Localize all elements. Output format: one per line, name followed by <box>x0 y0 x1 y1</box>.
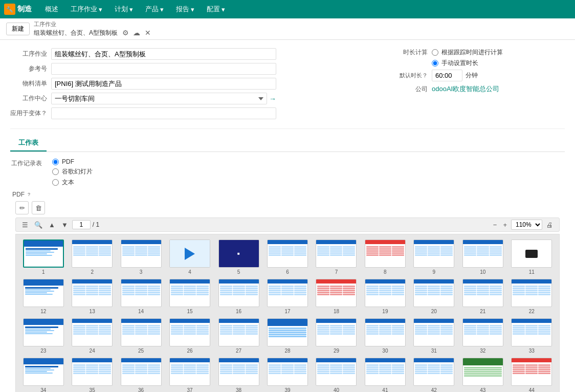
work-order-input[interactable] <box>51 48 276 60</box>
pdf-zoom-select[interactable]: 110% 50% 75% 100% 125% 150% 200% <box>511 220 542 230</box>
thumbnail-item[interactable]: 13 <box>70 279 114 314</box>
default-duration-input[interactable] <box>432 70 462 81</box>
thumbnail-item[interactable]: 3 <box>119 239 163 275</box>
thumbnail-number: 24 <box>90 348 95 354</box>
chevron-icon: ▾ <box>222 6 225 13</box>
thumbnail-item[interactable]: 40 <box>314 358 359 392</box>
cloud-icon[interactable]: ☁ <box>132 28 141 37</box>
thumbnail-item[interactable]: 12 <box>21 279 65 314</box>
chevron-icon: ▾ <box>160 6 164 13</box>
thumbnail-item[interactable]: 10 <box>460 239 505 275</box>
text-radio-label[interactable]: 文本 <box>52 178 93 187</box>
thumbnail-item[interactable]: 28 <box>265 318 309 354</box>
pdf-zoom-in-btn2[interactable]: + <box>501 220 509 230</box>
thumbnail-item[interactable]: 4 <box>167 239 212 275</box>
thumbnail-item[interactable]: 7 <box>314 239 359 275</box>
thumbnail-item[interactable]: 22 <box>510 279 554 314</box>
pdf-nav-up-btn[interactable]: ▲ <box>47 220 57 230</box>
company-label: 公司 <box>391 85 432 94</box>
google-slides-radio[interactable] <box>52 168 59 175</box>
thumbnail-item[interactable]: 36 <box>119 358 163 392</box>
thumbnail-item[interactable]: 31 <box>412 318 456 354</box>
thumbnail-item[interactable]: 23 <box>21 318 65 354</box>
thumbnail-number: 31 <box>431 348 437 354</box>
thumbnail-item[interactable]: 33 <box>510 318 554 354</box>
pdf-zoom-out-btn[interactable]: − <box>491 220 499 230</box>
pdf-radio[interactable] <box>52 159 59 165</box>
bom-input[interactable] <box>51 78 276 90</box>
new-button[interactable]: 新建 <box>6 23 30 35</box>
thumbnail-number: 36 <box>138 387 144 392</box>
reference-input[interactable] <box>51 63 276 75</box>
thumbnail-item[interactable]: 37 <box>167 358 212 392</box>
thumbnail-number: 42 <box>431 387 437 392</box>
nav-item-plan[interactable]: 计划 ▾ <box>109 3 138 16</box>
thumbnail-item[interactable]: 20 <box>412 279 456 314</box>
thumbnail-item[interactable]: 25 <box>119 318 163 354</box>
thumbnail-item[interactable]: ■5 <box>216 239 261 275</box>
thumbnail-item[interactable]: 1 <box>21 239 65 275</box>
thumbnail-item[interactable]: 35 <box>70 358 114 392</box>
bom-row: 物料清单 <box>10 78 381 90</box>
settings-icon[interactable]: ⚙ <box>121 28 130 37</box>
thumbnail-item[interactable]: 32 <box>460 318 505 354</box>
bom-label: 物料清单 <box>10 79 51 88</box>
nav-item-report[interactable]: 报告 ▾ <box>171 3 200 16</box>
thumbnail-item[interactable]: 44 <box>510 358 554 392</box>
thumbnail-number: 20 <box>431 309 437 314</box>
thumbnail-item[interactable]: 43 <box>460 358 505 392</box>
pdf-page-input[interactable] <box>72 220 91 229</box>
pdf-thumbnail-container[interactable]: 1234■56789101112131415161718192021222324… <box>15 234 560 392</box>
thumbnail-item[interactable]: 42 <box>412 358 456 392</box>
thumbnail-item[interactable]: 16 <box>216 279 261 314</box>
thumbnail-item[interactable]: 14 <box>119 279 163 314</box>
nav-item-work-order[interactable]: 工序作业 ▾ <box>65 3 107 16</box>
workcenter-select[interactable]: 一号切割车间 <box>51 93 267 104</box>
pdf-toolbar: ☰ 🔍 ▲ ▼ / 1 − + 110% 50% 75% 100% 125% 1… <box>15 217 560 232</box>
thumbnail-item[interactable]: 39 <box>265 358 309 392</box>
text-radio[interactable] <box>52 179 59 186</box>
workcenter-link-icon[interactable]: → <box>269 95 276 103</box>
edit-icon-btn[interactable]: ✏ <box>15 201 29 214</box>
brand-icon: 🔧 <box>4 4 15 15</box>
thumbnail-item[interactable]: 21 <box>460 279 505 314</box>
duration-radio2[interactable] <box>432 60 438 67</box>
breadcrumb-main: 组装螺丝钉、合页、A型预制板 ⚙ ☁ ✕ <box>34 28 152 37</box>
apply-variant-input[interactable] <box>51 107 276 119</box>
pdf-nav-down-btn[interactable]: ▼ <box>59 220 70 230</box>
thumbnail-item[interactable]: 27 <box>216 318 261 354</box>
pdf-print-btn[interactable]: 🖨 <box>544 220 555 230</box>
pdf-radio-label[interactable]: PDF <box>52 158 93 165</box>
thumbnail-item[interactable]: 30 <box>363 318 407 354</box>
thumbnail-number: 14 <box>138 309 144 314</box>
duration-option1-label[interactable]: 根据跟踪时间进行计算 <box>432 48 503 57</box>
nav-item-overview[interactable]: 概述 <box>40 3 63 16</box>
close-icon[interactable]: ✕ <box>143 28 152 37</box>
breadcrumb-parent[interactable]: 工序作业 <box>34 20 152 28</box>
thumbnail-item[interactable]: 2 <box>70 239 114 275</box>
thumbnail-item[interactable]: 15 <box>167 279 212 314</box>
thumbnail-number: 32 <box>480 348 485 354</box>
thumbnail-item[interactable]: 8 <box>363 239 407 275</box>
thumbnail-item[interactable]: 11 <box>510 239 554 275</box>
thumbnail-item[interactable]: 29 <box>314 318 359 354</box>
tab-worktable[interactable]: 工作表 <box>10 135 47 151</box>
thumbnail-item[interactable]: 26 <box>167 318 212 354</box>
nav-item-product[interactable]: 产品 ▾ <box>140 3 169 16</box>
thumbnail-item[interactable]: 19 <box>363 279 407 314</box>
thumbnail-item[interactable]: 41 <box>363 358 407 392</box>
google-slides-radio-label[interactable]: 谷歌幻灯片 <box>52 167 93 176</box>
thumbnail-item[interactable]: 24 <box>70 318 114 354</box>
nav-item-config[interactable]: 配置 ▾ <box>202 3 230 16</box>
pdf-zoom-in-btn[interactable]: 🔍 <box>32 220 45 230</box>
thumbnail-item[interactable]: 34 <box>21 358 65 392</box>
thumbnail-item[interactable]: 9 <box>412 239 456 275</box>
duration-option2-label[interactable]: 手动设置时长 <box>432 59 503 68</box>
thumbnail-item[interactable]: 18 <box>314 279 359 314</box>
delete-icon-btn[interactable]: 🗑 <box>32 201 45 214</box>
duration-radio1[interactable] <box>432 49 438 56</box>
thumbnail-item[interactable]: 38 <box>216 358 261 392</box>
pdf-sidebar-toggle[interactable]: ☰ <box>20 220 30 230</box>
thumbnail-item[interactable]: 17 <box>265 279 309 314</box>
thumbnail-item[interactable]: 6 <box>265 239 309 275</box>
